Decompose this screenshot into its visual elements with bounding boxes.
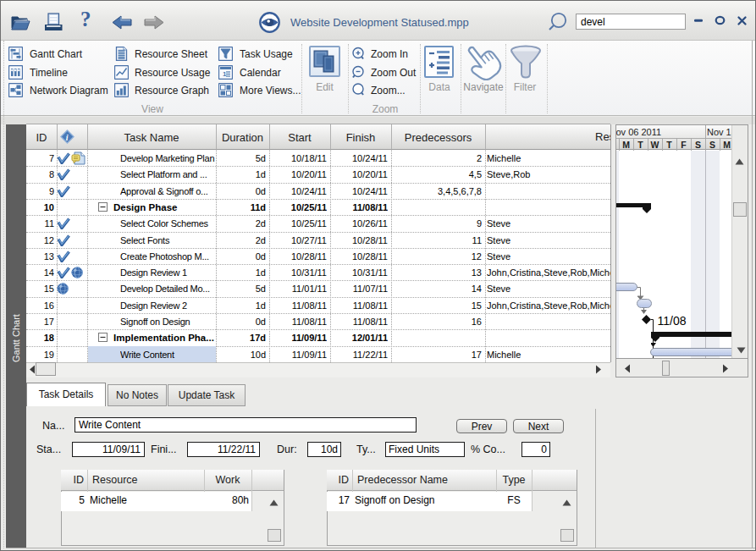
svg-text:i: i	[65, 133, 68, 142]
svg-text:Gantt Chart: Gantt Chart	[11, 314, 21, 362]
